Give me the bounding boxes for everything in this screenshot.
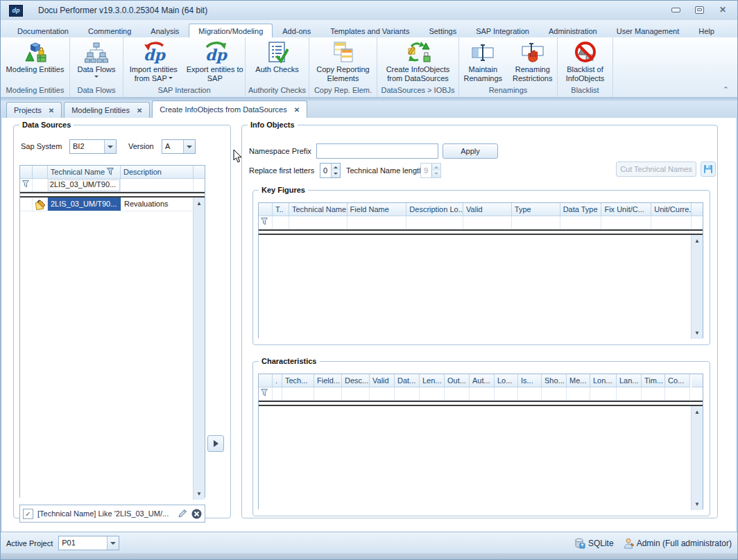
- column-header[interactable]: Me...: [567, 374, 590, 387]
- filter-checkbox[interactable]: ✓: [23, 509, 33, 519]
- filter-cell[interactable]: [495, 387, 518, 401]
- auth-checks-button[interactable]: Auth Checks: [248, 38, 307, 74]
- menu-tab-user-management[interactable]: User Management: [607, 24, 689, 37]
- scroll-down-icon[interactable]: ▼: [692, 328, 703, 338]
- restore-button[interactable]: [690, 3, 708, 16]
- scroll-down-icon[interactable]: ▼: [194, 489, 205, 499]
- column-header[interactable]: Type: [512, 203, 560, 216]
- apply-button[interactable]: Apply: [443, 143, 498, 159]
- filter-cell[interactable]: [560, 216, 602, 229]
- column-header[interactable]: Unit/Curre...: [651, 203, 692, 216]
- doc-tab-modeling-entities[interactable]: Modeling Entities ✕: [64, 102, 150, 118]
- scroll-up-icon[interactable]: ▲: [692, 407, 703, 417]
- menu-tab-sap-integration[interactable]: SAP Integration: [466, 24, 539, 37]
- filter-cell[interactable]: [289, 216, 347, 229]
- spin-down-icon[interactable]: [332, 170, 340, 177]
- column-header[interactable]: Co...: [665, 374, 690, 387]
- clear-filter-icon[interactable]: [191, 509, 202, 519]
- column-header[interactable]: Lon...: [590, 374, 617, 387]
- copy-reporting-elements-button[interactable]: Copy Reporting Elements: [311, 38, 376, 83]
- scroll-up-icon[interactable]: ▲: [692, 236, 703, 246]
- column-header-technical-name[interactable]: Technical Name: [48, 166, 121, 179]
- menu-tab-settings[interactable]: Settings: [419, 24, 466, 37]
- namespace-prefix-input[interactable]: [316, 143, 438, 159]
- filter-cell[interactable]: [406, 216, 463, 229]
- column-header[interactable]: T..: [273, 203, 289, 216]
- version-select[interactable]: A: [162, 139, 196, 154]
- column-header[interactable]: Description Lo...: [406, 203, 463, 216]
- column-header[interactable]: Tech...: [282, 374, 314, 387]
- column-header[interactable]: Out...: [445, 374, 470, 387]
- modeling-entities-button[interactable]: Modeling Entities: [2, 38, 69, 74]
- import-entities-button[interactable]: dp Import entities from SAP: [123, 38, 184, 83]
- filter-cell[interactable]: [342, 387, 370, 401]
- scroll-down-icon[interactable]: ▼: [692, 499, 703, 509]
- minimize-button[interactable]: [667, 3, 685, 16]
- menu-tab-add-ons[interactable]: Add-ons: [273, 24, 320, 37]
- column-header[interactable]: Tim...: [642, 374, 665, 387]
- cut-technical-names-button[interactable]: Cut Technical Names: [616, 161, 696, 177]
- column-header[interactable]: Desc...: [342, 374, 370, 387]
- column-header[interactable]: Field Name: [347, 203, 407, 216]
- filter-cell[interactable]: [542, 387, 567, 401]
- edit-filter-icon[interactable]: [178, 509, 187, 518]
- column-header[interactable]: .: [273, 374, 282, 387]
- renaming-restrictions-button[interactable]: Renaming Restrictions: [508, 38, 557, 83]
- scroll-up-icon[interactable]: ▲: [194, 198, 205, 209]
- filter-cell[interactable]: [512, 216, 560, 229]
- column-header[interactable]: Len...: [420, 374, 445, 387]
- filter-cell[interactable]: [370, 387, 395, 401]
- column-header[interactable]: Data Type: [560, 203, 602, 216]
- close-button[interactable]: ✕: [714, 3, 732, 16]
- doc-tab-projects[interactable]: Projects ✕: [6, 102, 62, 118]
- close-tab-icon[interactable]: ✕: [294, 106, 300, 114]
- maintain-renamings-button[interactable]: Maintain Renamings: [459, 38, 507, 83]
- column-header-description[interactable]: Description: [121, 166, 194, 179]
- filter-cell[interactable]: [617, 387, 642, 401]
- sap-system-select[interactable]: BI2: [69, 139, 117, 154]
- filter-cell[interactable]: [567, 387, 590, 401]
- export-entities-button[interactable]: dp Export entities to SAP: [185, 38, 246, 83]
- filter-cell[interactable]: [420, 387, 445, 401]
- data-source-row[interactable]: 2LIS_03_UM/T90... Revaluations: [20, 198, 205, 211]
- blacklist-infoobjects-button[interactable]: Blacklist of InfoObjects: [558, 38, 612, 83]
- column-header[interactable]: Valid: [463, 203, 512, 216]
- filter-cell[interactable]: [463, 216, 512, 229]
- filter-cell[interactable]: [273, 387, 282, 401]
- column-header[interactable]: Sho...: [542, 374, 567, 387]
- doc-tab-create-infoobjects[interactable]: Create InfoObjects from DataSources ✕: [152, 100, 307, 118]
- characteristics-scrollbar[interactable]: ▲ ▼: [691, 406, 703, 510]
- column-header[interactable]: Valid: [370, 374, 395, 387]
- menu-tab-analysis[interactable]: Analysis: [141, 24, 189, 37]
- save-button[interactable]: [701, 161, 716, 177]
- close-tab-icon[interactable]: ✕: [49, 107, 54, 114]
- filter-cell[interactable]: [470, 387, 495, 401]
- filter-cell[interactable]: [395, 387, 420, 401]
- column-header[interactable]: Dat...: [395, 374, 420, 387]
- filter-cell[interactable]: [273, 216, 289, 229]
- column-header[interactable]: Lo...: [495, 374, 518, 387]
- menu-tab-migration-modeling[interactable]: Migration/Modeling: [189, 24, 273, 37]
- filter-cell[interactable]: [642, 387, 665, 401]
- filter-cell[interactable]: [445, 387, 470, 401]
- move-right-button[interactable]: [207, 435, 224, 452]
- filter-cell[interactable]: [33, 179, 48, 192]
- menu-tab-documentation[interactable]: Documentation: [8, 24, 78, 37]
- filter-cell[interactable]: [347, 216, 407, 229]
- ribbon-collapse-icon[interactable]: ⌃: [723, 85, 729, 94]
- replace-first-letters-stepper[interactable]: 0: [320, 163, 341, 178]
- column-header[interactable]: Technical Name: [289, 203, 347, 216]
- column-header[interactable]: Aut...: [470, 374, 495, 387]
- active-project-select[interactable]: P01: [58, 536, 119, 550]
- menu-tab-help[interactable]: Help: [689, 24, 724, 37]
- column-header[interactable]: Fix Unit/C...: [601, 203, 651, 216]
- menu-tab-commenting[interactable]: Commenting: [78, 24, 141, 37]
- technical-name-length-stepper[interactable]: 9: [420, 163, 441, 178]
- filter-cell[interactable]: [314, 387, 342, 401]
- column-header[interactable]: Field...: [314, 374, 342, 387]
- cell-description[interactable]: Revaluations: [121, 198, 195, 211]
- data-sources-scrollbar[interactable]: ▲ ▼: [193, 198, 205, 500]
- spin-up-icon[interactable]: [332, 164, 340, 170]
- filter-cell-technical-name[interactable]: 2LIS_03_UM/T90...: [48, 179, 121, 192]
- close-tab-icon[interactable]: ✕: [137, 107, 142, 114]
